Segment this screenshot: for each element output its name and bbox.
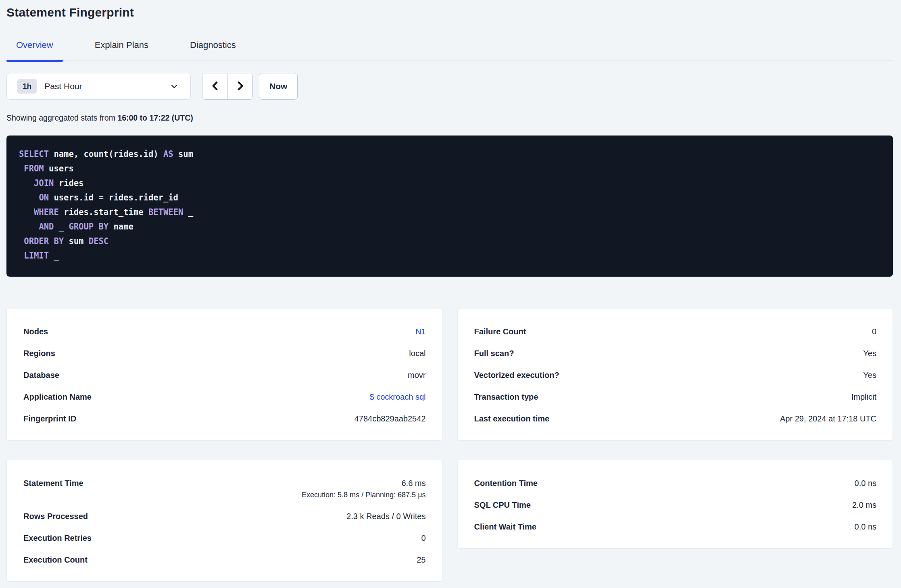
card-wait-times: Contention Time0.0 nsSQL CPU Time2.0 msC…	[457, 460, 893, 548]
sql-line: SELECT name, count(rides.id) AS sum	[19, 147, 881, 161]
sql-box: SELECT name, count(rides.id) AS sum FROM…	[6, 136, 893, 277]
now-button[interactable]: Now	[259, 73, 298, 100]
chevron-right-icon	[235, 80, 246, 93]
sql-token-text: users	[44, 164, 74, 173]
stat-row: Full scan?Yes	[474, 348, 877, 359]
stat-label: Contention Time	[474, 478, 538, 488]
stat-value-wrap: local	[409, 348, 425, 359]
stat-value: movr	[408, 370, 425, 380]
stat-row: Client Wait Time0.0 ns	[474, 521, 877, 532]
stat-value-wrap: Apr 29, 2024 at 17:18 UTC	[780, 413, 876, 424]
sql-token-text	[19, 236, 24, 246]
sql-token-text: rides	[54, 178, 83, 188]
sql-line: ON users.id = rides.rider_id	[19, 190, 881, 205]
stat-row: Databasemovr	[23, 370, 426, 380]
stat-row: Execution Retries0	[23, 533, 426, 543]
stat-row: Last execution timeApr 29, 2024 at 17:18…	[474, 413, 877, 424]
stat-row: Failure Count0	[474, 326, 877, 337]
stat-value-link[interactable]: N1	[415, 327, 426, 336]
stat-row: Fingerprint ID4784cb829aab2542	[23, 413, 426, 424]
stat-label: Transaction type	[474, 392, 538, 402]
stat-row: Vectorized execution?Yes	[474, 370, 877, 380]
tab-diagnostics[interactable]: Diagnostics	[180, 40, 246, 60]
sql-token-text	[19, 193, 39, 202]
sql-token-keyword: SELECT	[19, 149, 49, 159]
stat-label: Client Wait Time	[474, 521, 536, 532]
tab-explain-plans[interactable]: Explain Plans	[85, 40, 158, 60]
statement-fingerprint-page: Statement Fingerprint Overview Explain P…	[0, 0, 901, 582]
stat-value-wrap: 0.0 ns	[855, 521, 876, 532]
sql-line: AND _ GROUP BY name	[19, 219, 881, 234]
stat-value-wrap: $ cockroach sql	[370, 392, 426, 402]
stat-value-link[interactable]: $ cockroach sql	[370, 392, 426, 401]
stat-label: SQL CPU Time	[474, 500, 531, 510]
stat-row: Transaction typeImplicit	[474, 392, 877, 402]
aggregated-stats-range: 16:00 to 17:22 (UTC)	[117, 113, 193, 122]
sql-token-keyword: JOIN	[34, 178, 54, 188]
chevron-left-icon	[210, 80, 220, 93]
sql-token-keyword: ON	[39, 193, 49, 202]
stat-value: 0	[421, 533, 425, 543]
tab-overview[interactable]: Overview	[6, 40, 63, 60]
stat-value-wrap: 0.0 ns	[855, 478, 876, 488]
stat-label: Execution Retries	[23, 533, 92, 543]
stat-subvalue: Execution: 5.8 ms / Planning: 687.5 µs	[302, 490, 426, 500]
sql-token-text	[19, 178, 34, 188]
stat-row: NodesN1	[23, 326, 426, 337]
stat-value-wrap: 2.3 k Reads / 0 Writes	[346, 511, 425, 521]
next-time-button[interactable]	[227, 73, 252, 99]
sql-token-text: _	[183, 207, 193, 217]
stat-value-wrap: Yes	[863, 370, 876, 380]
sql-token-keyword: AND	[39, 222, 54, 231]
stat-value: 0.0 ns	[855, 478, 876, 488]
time-range-dropdown[interactable]: 1h Past Hour	[6, 73, 191, 100]
summary-cards: NodesN1RegionslocalDatabasemovrApplicati…	[6, 308, 893, 582]
time-range-badge: 1h	[17, 79, 37, 94]
stat-label: Rows Processed	[23, 511, 88, 521]
stat-row: SQL CPU Time2.0 ms	[474, 500, 877, 510]
sql-line: JOIN rides	[19, 176, 881, 190]
aggregated-stats-prefix: Showing aggregated stats from	[6, 113, 117, 122]
stat-row: Contention Time0.0 ns	[474, 478, 877, 488]
stat-label: Database	[23, 370, 59, 380]
stat-value: 6.6 ms	[302, 478, 426, 488]
stat-value: 2.3 k Reads / 0 Writes	[346, 511, 425, 521]
stat-value: Yes	[863, 348, 876, 359]
stat-value: local	[409, 348, 425, 359]
stat-value: Apr 29, 2024 at 17:18 UTC	[780, 413, 876, 424]
chevron-down-icon	[169, 81, 179, 91]
sql-token-keyword: FROM	[24, 164, 44, 173]
stat-value: Implicit	[851, 392, 876, 402]
sql-token-text: sum	[64, 236, 89, 246]
stat-label: Regions	[23, 348, 55, 359]
sql-token-keyword: GROUP BY	[69, 222, 108, 231]
stat-value-wrap: 0	[872, 326, 876, 337]
sql-token-text: _	[54, 222, 69, 231]
sql-token-keyword: BETWEEN	[148, 207, 183, 217]
sql-token-text: name	[108, 222, 133, 231]
sql-token-text: users.id = rides.rider_id	[49, 193, 178, 202]
stat-label: Nodes	[23, 326, 48, 337]
sql-token-text	[19, 164, 24, 173]
sql-token-keyword: WHERE	[34, 207, 59, 217]
stat-row: Execution Count25	[23, 555, 426, 565]
stat-value-wrap: Implicit	[851, 392, 876, 402]
sql-token-text	[19, 207, 34, 217]
sql-token-text: sum	[173, 149, 193, 159]
stat-value-wrap: N1	[415, 326, 426, 337]
sql-token-text: _	[49, 251, 59, 261]
sql-token-text: name, count(rides.id)	[49, 149, 163, 159]
time-controls: 1h Past Hour	[6, 73, 894, 100]
stat-label: Fingerprint ID	[23, 413, 76, 424]
stat-label: Vectorized execution?	[474, 370, 559, 380]
stat-label: Execution Count	[23, 555, 88, 565]
stat-label: Failure Count	[474, 326, 526, 337]
previous-time-button[interactable]	[202, 73, 227, 99]
time-range-label: Past Hour	[44, 81, 82, 91]
tab-bar: Overview Explain Plans Diagnostics	[6, 40, 893, 61]
stat-label: Statement Time	[23, 478, 83, 488]
stat-row: Application Name$ cockroach sql	[23, 392, 426, 402]
sql-token-text	[19, 251, 24, 261]
stat-value: 4784cb829aab2542	[355, 413, 426, 424]
stat-value: Yes	[863, 370, 876, 380]
